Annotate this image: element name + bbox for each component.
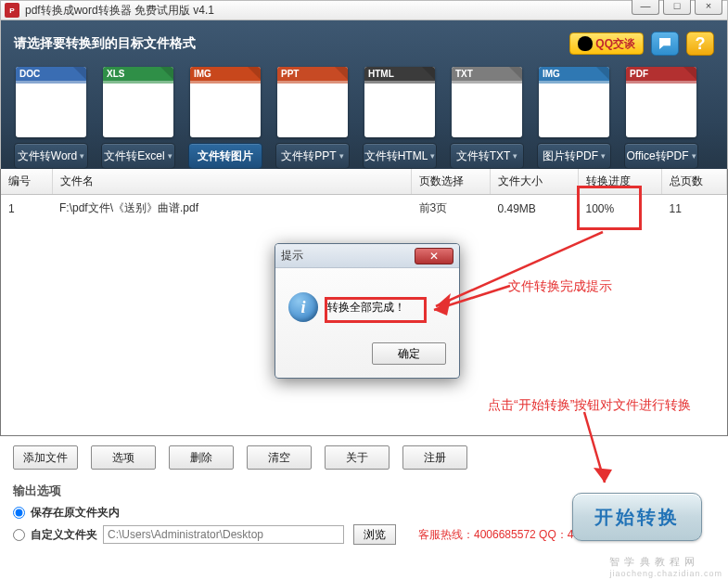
- format-label: 图片转PDF: [543, 148, 598, 164]
- clear-button[interactable]: 清空: [247, 445, 312, 470]
- browse-button[interactable]: 浏览: [353, 524, 396, 545]
- info-icon: i: [288, 292, 318, 322]
- chevron-down-icon: ▾: [168, 151, 172, 161]
- about-button[interactable]: 关于: [325, 445, 390, 470]
- radio-save-same-folder[interactable]: [13, 507, 25, 519]
- dialog-title: 提示: [281, 248, 415, 264]
- format-item-文件转Excel[interactable]: XLS文件转Excel ▾: [101, 67, 175, 169]
- qq-chat-label: QQ交谈: [595, 36, 635, 52]
- close-button[interactable]: ×: [695, 0, 722, 15]
- format-item-文件转Word[interactable]: DOC文件转Word ▾: [14, 67, 88, 169]
- help-button[interactable]: ?: [686, 32, 714, 56]
- cell-name: F:\pdf文件\《送别》曲谱.pdf: [52, 195, 412, 223]
- add-file-button[interactable]: 添加文件: [13, 445, 78, 470]
- col-number[interactable]: 编号: [1, 169, 52, 195]
- qq-penguin-icon: [578, 36, 593, 51]
- col-pages[interactable]: 页数选择: [412, 169, 491, 195]
- maximize-button[interactable]: □: [663, 0, 691, 15]
- annotation-text-start: 点击“开始转换”按钮对文件进行转换: [488, 397, 691, 414]
- chevron-down-icon: ▾: [80, 151, 84, 161]
- format-thumb-icon: IMG: [539, 67, 609, 137]
- col-total[interactable]: 总页数: [662, 169, 727, 195]
- dialog-close-button[interactable]: ✕: [415, 248, 453, 264]
- qq-chat-button[interactable]: QQ交谈: [569, 32, 644, 55]
- app-icon: P: [5, 3, 19, 18]
- chevron-down-icon: ▾: [513, 151, 517, 161]
- window-title: pdf转换成word转换器 免费试用版 v4.1: [25, 3, 723, 19]
- options-button[interactable]: 选项: [91, 445, 156, 470]
- cell-size: 0.49MB: [491, 195, 579, 223]
- format-item-文件转PPT[interactable]: PPT文件转PPT ▾: [275, 67, 350, 169]
- dialog-ok-button[interactable]: 确定: [372, 342, 446, 365]
- radio-custom-folder[interactable]: [13, 529, 25, 541]
- dialog-titlebar[interactable]: 提示 ✕: [275, 244, 459, 268]
- radio-custom-folder-label: 自定义文件夹: [31, 528, 97, 541]
- toolbar: 添加文件 选项 删除 清空 关于 注册: [0, 436, 728, 479]
- start-convert-button[interactable]: 开始转换: [572, 493, 702, 541]
- format-thumb-icon: HTML: [364, 67, 435, 137]
- col-filename[interactable]: 文件名: [52, 169, 412, 195]
- format-thumb-icon: PPT: [277, 67, 348, 137]
- format-label: 文件转HTML: [364, 148, 428, 164]
- format-label: Office转PDF: [626, 148, 688, 164]
- chevron-down-icon: ▾: [692, 151, 696, 161]
- chevron-down-icon: ▾: [339, 151, 344, 161]
- chevron-down-icon: ▾: [430, 151, 435, 161]
- annotation-box-message: [325, 297, 427, 323]
- col-size[interactable]: 文件大小: [491, 169, 579, 195]
- format-item-图片转PDF[interactable]: IMG图片转PDF ▾: [537, 67, 611, 169]
- format-label: 文件转图片: [198, 148, 253, 164]
- chat-button[interactable]: [651, 32, 679, 56]
- format-item-文件转TXT[interactable]: TXT文件转TXT ▾: [450, 67, 524, 169]
- format-label: 文件转TXT: [456, 148, 511, 164]
- cell-total: 11: [662, 195, 727, 223]
- cell-num: 1: [1, 195, 52, 223]
- minimize-button[interactable]: —: [632, 0, 659, 15]
- radio-save-same-folder-label: 保存在原文件夹内: [31, 506, 120, 519]
- format-thumb-icon: DOC: [16, 67, 86, 137]
- header: 请选择要转换到的目标文件格式 QQ交谈 ? DOC文件转Word ▾XLS文件转…: [0, 20, 728, 169]
- format-label: 文件转Word: [18, 148, 77, 164]
- annotation-text-done: 文件转换完成提示: [508, 278, 612, 295]
- register-button[interactable]: 注册: [402, 445, 467, 470]
- format-label: 文件转PPT: [281, 148, 336, 164]
- watermark: 智 学 典 教 程 网 jiaocheng.chazidian.com: [609, 555, 722, 578]
- speech-bubble-icon: [657, 35, 673, 52]
- output-path-input[interactable]: [103, 525, 344, 544]
- format-thumb-icon: IMG: [190, 67, 261, 137]
- delete-button[interactable]: 删除: [169, 445, 234, 470]
- header-title: 请选择要转换到的目标文件格式: [14, 35, 569, 52]
- format-item-文件转图片[interactable]: IMG文件转图片: [188, 67, 262, 169]
- chevron-down-icon: ▾: [601, 151, 606, 161]
- format-thumb-icon: TXT: [452, 67, 522, 137]
- format-thumb-icon: XLS: [103, 67, 173, 137]
- annotation-box-progress: [577, 186, 642, 230]
- title-bar: P pdf转换成word转换器 免费试用版 v4.1 — □ ×: [0, 0, 728, 20]
- format-thumb-icon: PDF: [626, 67, 696, 137]
- format-item-文件转HTML[interactable]: HTML文件转HTML ▾: [363, 67, 437, 169]
- format-item-Office转PDF[interactable]: PDFOffice转PDF ▾: [624, 67, 698, 169]
- format-label: 文件转Excel: [104, 148, 164, 164]
- cell-pages: 前3页: [412, 195, 491, 223]
